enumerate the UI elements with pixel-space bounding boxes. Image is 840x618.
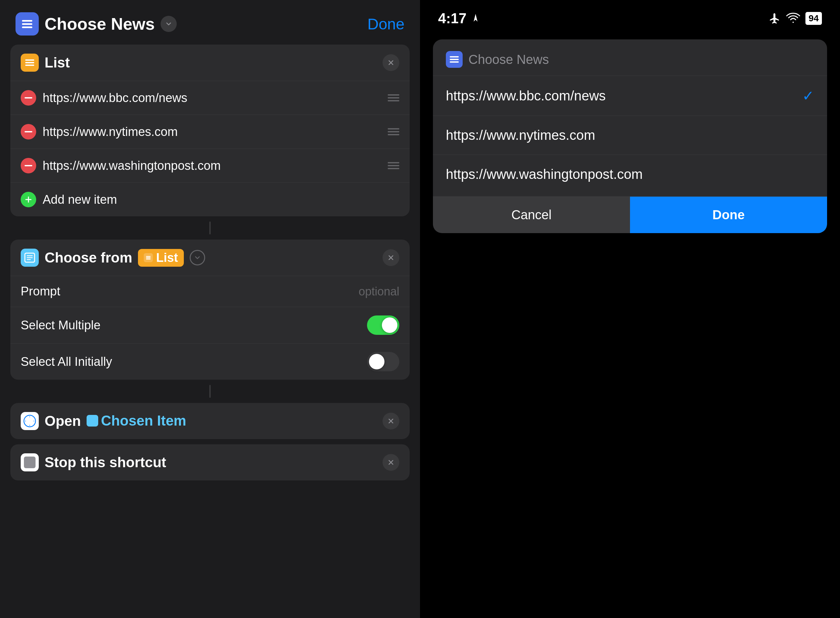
- done-button[interactable]: Done: [367, 15, 405, 33]
- chevron-circle-button[interactable]: [190, 250, 205, 265]
- stop-card-close-button[interactable]: [383, 454, 399, 471]
- left-panel: Choose News Done: [0, 0, 420, 618]
- remove-item-button[interactable]: [21, 158, 36, 173]
- choose-news-modal: Choose News https://www.bbc.com/news ✓ h…: [433, 39, 827, 233]
- prompt-optional: optional: [359, 285, 399, 299]
- open-card-icon: [21, 412, 39, 430]
- close-icon: [387, 59, 395, 67]
- svg-rect-0: [22, 20, 32, 22]
- chevron-dropdown-button[interactable]: [161, 16, 177, 32]
- minus-icon: [25, 97, 32, 98]
- drag-handle[interactable]: [388, 162, 399, 169]
- top-bar: Choose News Done: [0, 0, 420, 45]
- drag-handle-line: [388, 168, 399, 169]
- list-item: https://www.bbc.com/news: [10, 81, 410, 114]
- svg-rect-9: [146, 258, 150, 260]
- open-card-close-button[interactable]: [383, 413, 399, 429]
- status-time: 4:17: [438, 10, 466, 27]
- list-item-url: https://www.washingtonpost.com: [43, 159, 220, 173]
- choose-from-card: Choose from List: [10, 239, 410, 380]
- stop-square-icon: [24, 456, 36, 468]
- chosen-item-label: Chosen Item: [101, 413, 186, 429]
- section-divider: [209, 385, 211, 398]
- list-card-close-button[interactable]: [383, 54, 399, 71]
- airplane-icon: [768, 12, 781, 25]
- content-area: List https://www.bbc.com/news: [0, 45, 420, 480]
- list-card: List https://www.bbc.com/news: [10, 45, 410, 216]
- select-all-toggle[interactable]: [367, 352, 399, 371]
- drag-handle[interactable]: [388, 128, 399, 135]
- select-all-label: Select All Initially: [21, 355, 112, 369]
- add-item-row[interactable]: Add new item: [10, 183, 410, 216]
- close-icon: [387, 254, 395, 261]
- svg-rect-13: [450, 56, 459, 58]
- battery-level: 94: [809, 13, 819, 24]
- modal-list-item[interactable]: https://www.nytimes.com: [433, 116, 827, 154]
- list-item-url: https://www.nytimes.com: [43, 125, 178, 139]
- svg-rect-5: [25, 65, 34, 66]
- list-lines-icon: [20, 17, 34, 31]
- list-tag[interactable]: List: [138, 249, 184, 267]
- close-icon: [387, 417, 395, 425]
- chosen-item-tag[interactable]: Chosen Item: [86, 413, 186, 430]
- modal-header: Choose News: [433, 39, 827, 76]
- status-bar-left: 4:17: [438, 10, 481, 27]
- stop-card-header: Stop this shortcut: [10, 444, 410, 480]
- drag-handle-line: [388, 165, 399, 166]
- status-icons: 94: [768, 12, 822, 25]
- minus-icon: [25, 165, 32, 166]
- stop-card-icon: [21, 453, 39, 471]
- list-item-left: https://www.nytimes.com: [21, 124, 178, 140]
- modal-done-button[interactable]: Done: [630, 197, 827, 233]
- list-tag-list-icon: [145, 255, 151, 261]
- minus-icon: [25, 131, 32, 132]
- modal-item-url: https://www.bbc.com/news: [446, 88, 606, 104]
- list-tag-icon: [144, 253, 153, 262]
- list-item: https://www.washingtonpost.com: [10, 149, 410, 183]
- drag-handle-line: [388, 134, 399, 135]
- remove-item-button[interactable]: [21, 124, 36, 140]
- open-card-header-left: Open Chosen Item: [21, 412, 186, 430]
- toggle-knob: [369, 354, 384, 369]
- modal-list-item[interactable]: https://www.washingtonpost.com: [433, 154, 827, 194]
- top-bar-left: Choose News: [15, 12, 177, 36]
- section-divider: [209, 221, 211, 235]
- choose-from-header-left: Choose from List: [21, 249, 205, 267]
- list-item-left: https://www.bbc.com/news: [21, 90, 188, 105]
- list-card-header: List: [10, 45, 410, 81]
- modal-item-url: https://www.nytimes.com: [446, 128, 595, 143]
- add-button[interactable]: [21, 192, 36, 207]
- choose-from-title: Choose from: [45, 250, 132, 266]
- modal-list-icon: [448, 53, 460, 65]
- modal-item-url: https://www.washingtonpost.com: [446, 166, 643, 182]
- remove-item-button[interactable]: [21, 90, 36, 105]
- list-card-title: List: [45, 55, 70, 71]
- chevron-down-icon: [194, 254, 201, 261]
- modal-list-item[interactable]: https://www.bbc.com/news ✓: [433, 76, 827, 116]
- choose-from-card-header: Choose from List: [10, 239, 410, 276]
- list-tag-label: List: [156, 251, 178, 265]
- svg-rect-2: [22, 27, 32, 28]
- modal-buttons: Cancel Done: [433, 196, 827, 233]
- drag-handle-line: [388, 162, 399, 163]
- modal-cancel-button[interactable]: Cancel: [433, 197, 630, 233]
- select-multiple-toggle[interactable]: [367, 315, 399, 335]
- chevron-down-icon: [165, 20, 173, 28]
- drag-handle[interactable]: [388, 94, 399, 101]
- battery-indicator: 94: [806, 12, 822, 25]
- select-multiple-label: Select Multiple: [21, 318, 100, 332]
- list-icon: [24, 57, 36, 68]
- battery-box: 94: [806, 12, 822, 25]
- svg-rect-14: [450, 59, 459, 60]
- add-item-label: Add new item: [43, 193, 117, 206]
- modal-icon: [446, 51, 463, 68]
- stop-card: Stop this shortcut: [10, 444, 410, 480]
- modal-overlay: Choose News https://www.bbc.com/news ✓ h…: [420, 32, 840, 618]
- modal-title: Choose News: [468, 52, 549, 67]
- prompt-label: Prompt: [21, 284, 60, 299]
- prompt-row: Prompt optional: [10, 276, 410, 307]
- choose-from-close-button[interactable]: [383, 249, 399, 266]
- page-title: Choose News: [45, 14, 155, 34]
- choose-from-icon: [21, 249, 39, 267]
- stop-card-header-left: Stop this shortcut: [21, 453, 166, 471]
